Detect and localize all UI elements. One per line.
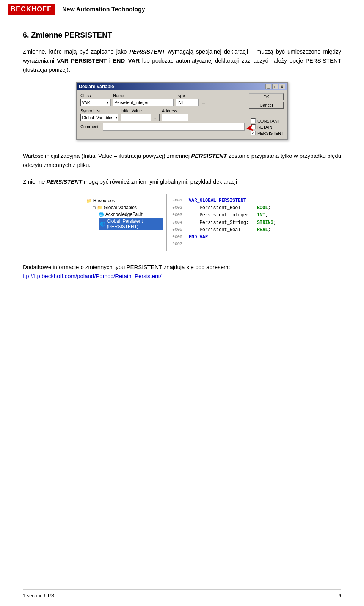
dialog-titlebar: Declare Variable _ □ × (77, 83, 287, 90)
code-line-5: 0005 Persistent_Real: REAL; (171, 227, 276, 234)
class-label: Class (80, 93, 111, 98)
second-image-container: 📁 Resources ⊟ 📁 Global Variables 🌐 Ackno… (23, 194, 341, 251)
code-text-1: VAR_GLOBAL PERSISTENT (189, 197, 246, 205)
globe-icon-2: 🌐 (100, 222, 105, 227)
expand-icon: ⊟ (93, 206, 96, 210)
line-num-1: 0001 (171, 197, 185, 205)
paragraph-1: Zmienne, które mają być zapisane jako PE… (23, 47, 341, 74)
persistent-label: PERSISTENT (257, 131, 284, 135)
footer-right: 6 (339, 593, 341, 598)
class-value: VAR (82, 100, 90, 105)
dialog-minimize-button[interactable]: _ (265, 84, 271, 89)
code-text-5: Persistent_Real: REAL; (189, 227, 271, 234)
type-input[interactable]: INT (176, 99, 199, 106)
address-input[interactable] (162, 114, 188, 121)
page-footer: 1 second UPS 6 (23, 589, 341, 598)
code-line-1: 0001 VAR_GLOBAL PERSISTENT (171, 197, 276, 205)
paragraph-4-text: Dodatkowe informacje o zmiennych typu PE… (23, 264, 230, 270)
dialog-container: Declare Variable _ □ × Class (23, 82, 341, 140)
fields-row1: Class VAR ▼ Name Persistent_Integer (80, 93, 245, 106)
tree-item-resources: 📁 Resources (86, 197, 163, 204)
class-select[interactable]: VAR ▼ (80, 99, 111, 106)
symbol-list-arrow-icon: ▼ (115, 116, 118, 120)
name-field: Name Persistent_Integer (113, 93, 174, 106)
initial-value-label: Initial Value (121, 109, 160, 113)
address-label: Address (162, 109, 188, 113)
second-image: 📁 Resources ⊟ 📁 Global Variables 🌐 Ackno… (83, 194, 281, 251)
initial-value-browse-button[interactable]: ... (152, 114, 160, 121)
class-arrow-icon: ▼ (106, 101, 109, 104)
comment-label: Comment: (80, 124, 100, 129)
code-line-3: 0003 Persistent_Integer: INT; (171, 212, 276, 219)
type-value: INT (177, 100, 184, 105)
symbol-list-value: Global_Variables (82, 115, 113, 120)
comment-row: Comment: (80, 123, 245, 131)
constant-label: CONSTANT (257, 119, 280, 123)
code-line-2: 0002 Persistent_Bool: BOOL; (171, 205, 276, 212)
global-variables-label: Global Variables (104, 205, 137, 210)
name-input[interactable]: Persistent_Integer (113, 99, 174, 106)
dialog-close-button[interactable]: × (279, 84, 285, 89)
retain-checkbox-row: RETAIN (251, 124, 284, 129)
declare-variable-dialog: Declare Variable _ □ × Class (76, 82, 288, 140)
name-value: Persistent_Integer (115, 100, 148, 105)
paragraph-1-text: Zmienne, które mają być zapisane jako PE… (23, 48, 341, 73)
dialog-left: Class VAR ▼ Name Persistent_Integer (80, 93, 245, 135)
globe-icon-1: 🌐 (99, 212, 104, 217)
footer-left: 1 second UPS (23, 593, 54, 598)
logo: BECKHOFF (8, 4, 55, 15)
tree-item-global-persistent[interactable]: 🌐 Global_Persistent (PERSISTENT) (99, 218, 163, 230)
section-name-text: Zmienne PERSISTENT (31, 31, 112, 39)
initial-value-field: Initial Value ... (121, 109, 160, 121)
retain-label: RETAIN (257, 125, 273, 129)
name-label: Name (113, 93, 174, 98)
line-num-6: 0006 (171, 234, 185, 241)
code-line-4: 0004 Persistent_String: STRING; (171, 219, 276, 227)
code-text-3: Persistent_Integer: INT; (189, 212, 268, 219)
page-header: BECKHOFF New Automation Technology (0, 0, 364, 19)
line-num-2: 0002 (171, 205, 185, 212)
line-num-4: 0004 (171, 219, 185, 227)
persistent-link[interactable]: ftp://ftp.beckhoff.com/poland/Pomoc/Reta… (23, 273, 162, 279)
page-content: 6. Zmienne PERSISTENT Zmienne, które maj… (0, 23, 364, 311)
address-field: Address (162, 109, 188, 121)
code-text-2: Persistent_Bool: BOOL; (189, 205, 271, 212)
section-number: 6. (23, 31, 29, 39)
resources-icon: 📁 (86, 198, 92, 203)
persistent-checkbox-row: ✓ PERSISTENT (251, 131, 284, 135)
code-text-6: END_VAR (189, 234, 208, 241)
dialog-titlebar-buttons: _ □ × (265, 84, 285, 89)
class-field: Class VAR ▼ (80, 93, 111, 106)
initial-value-input[interactable] (121, 114, 151, 121)
dialog-body: Class VAR ▼ Name Persistent_Integer (77, 90, 287, 139)
paragraph-2-text: Wartość inicjalizacyjna (Initial Value –… (23, 153, 341, 168)
paragraph-3: Zmienne PERSISTENT mogą być również zmie… (23, 177, 341, 186)
constant-checkbox-row: CONSTANT (251, 118, 284, 123)
ok-button[interactable]: OK (249, 93, 284, 100)
type-browse-button[interactable]: ... (200, 99, 207, 106)
symbol-list-label: Symbol list (80, 109, 118, 113)
dialog-title: Declare Variable (79, 84, 114, 89)
dialog-checkboxes: CONSTANT RETAIN ✓ PERSISTENT (251, 118, 284, 135)
code-panel: 0001 VAR_GLOBAL PERSISTENT 0002 Persiste… (167, 194, 281, 251)
header-title: New Automation Technology (62, 6, 145, 13)
tree-item-acknowledge-fault: 🌐 AcknowledgeFault (99, 211, 163, 218)
resources-label: Resources (93, 198, 115, 203)
cancel-button[interactable]: Cancel (249, 102, 284, 109)
code-line-6: 0006 END_VAR (171, 234, 276, 241)
fields-row2: Symbol list Global_Variables ▼ Initial V… (80, 109, 245, 121)
dialog-maximize-button[interactable]: □ (272, 84, 278, 89)
symbol-list-field: Symbol list Global_Variables ▼ (80, 109, 118, 121)
line-num-3: 0003 (171, 212, 185, 219)
paragraph-2: Wartość inicjalizacyjna (Initial Value –… (23, 151, 341, 170)
paragraph-3-text: Zmienne PERSISTENT mogą być również zmie… (23, 178, 237, 185)
acknowledge-fault-label: AcknowledgeFault (105, 212, 143, 217)
comment-input[interactable] (103, 123, 245, 131)
tree-item-global-variables: ⊟ 📁 Global Variables (93, 204, 163, 211)
line-num-5: 0005 (171, 227, 185, 234)
type-label: Type (176, 93, 207, 98)
tree-panel: 📁 Resources ⊟ 📁 Global Variables 🌐 Ackno… (83, 194, 167, 251)
global-persistent-label: Global_Persistent (PERSISTENT) (107, 219, 162, 229)
symbol-list-select[interactable]: Global_Variables ▼ (80, 114, 118, 121)
paragraph-4: Dodatkowe informacje o zmiennych typu PE… (23, 263, 341, 281)
